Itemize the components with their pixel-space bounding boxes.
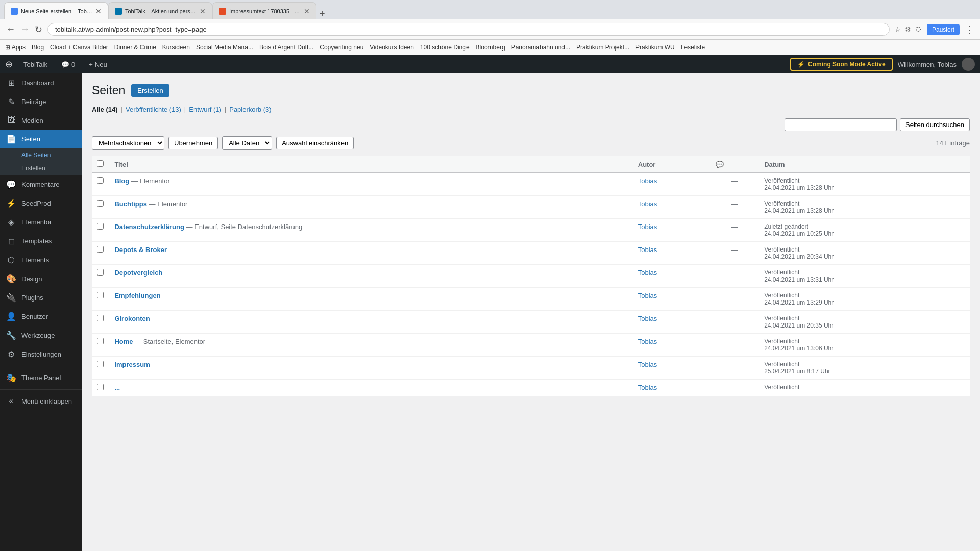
bookmark-copywriting[interactable]: Copywriting neu: [320, 44, 363, 51]
sidebar-label-seedprod: SeedProd: [21, 199, 51, 207]
sidebar-item-seiten[interactable]: 📄 Seiten: [0, 130, 82, 148]
filter-trash[interactable]: Papierkorb (3): [229, 106, 271, 113]
row-checkbox[interactable]: [97, 246, 104, 253]
bookmark-praktikum-wu[interactable]: Praktikum WU: [635, 44, 675, 51]
bookmark-bloomberg[interactable]: Bloomberg: [476, 44, 505, 51]
page-title-link[interactable]: Blog: [114, 177, 129, 185]
sidebar-item-beitraege[interactable]: ✎ Beiträge: [0, 92, 82, 111]
page-title-link[interactable]: Home: [114, 338, 133, 345]
tab-title-3: Impressumtext 1780335 – AdSim...: [229, 8, 301, 14]
sidebar-item-elements[interactable]: ⬡ Elements: [0, 251, 82, 269]
row-checkbox[interactable]: [97, 384, 104, 390]
date-value: 24.04.2021 um 13:28 Uhr: [764, 207, 965, 214]
filter-draft[interactable]: Entwurf (1): [189, 106, 222, 113]
row-checkbox[interactable]: [97, 361, 104, 367]
sidebar-item-einstellungen[interactable]: ⚙ Einstellungen: [0, 345, 82, 364]
bookmark-social[interactable]: Social Media Mana...: [196, 44, 253, 51]
tab-close-3[interactable]: ✕: [304, 7, 310, 15]
sidebar-item-benutzer[interactable]: 👤 Benutzer: [0, 307, 82, 326]
sidebar-sub-erstellen[interactable]: Erstellen: [0, 162, 82, 175]
bookmark-dinner[interactable]: Dinner & Crime: [114, 44, 156, 51]
select-all-checkbox[interactable]: [97, 160, 104, 167]
sidebar-item-theme-panel[interactable]: 🎭 Theme Panel: [0, 368, 82, 387]
adminbar-comments-count: 0: [71, 61, 75, 68]
row-checkbox[interactable]: [97, 338, 104, 344]
sidebar-item-werkzeuge[interactable]: 🔧 Werkzeuge: [0, 326, 82, 345]
profile-button[interactable]: Pausiert: [927, 24, 960, 35]
page-title-link[interactable]: ...: [114, 384, 120, 391]
bookmark-cload[interactable]: Cload + Canva Bilder: [50, 44, 108, 51]
page-title-link[interactable]: Impressum: [114, 361, 150, 368]
sidebar-item-kommentare[interactable]: 💬 Kommentare: [0, 175, 82, 194]
browser-tab-3[interactable]: Impressumtext 1780335 – AdSim... ✕: [212, 2, 316, 19]
row-checkbox[interactable]: [97, 269, 104, 276]
bookmark-praktikum-projekt[interactable]: Praktikum Projekt...: [576, 44, 629, 51]
adminbar-new[interactable]: + Neu: [86, 61, 110, 68]
page-title-link[interactable]: Depotvergleich: [114, 269, 162, 277]
search-input[interactable]: [785, 118, 897, 131]
row-checkbox[interactable]: [97, 177, 104, 184]
row-checkbox[interactable]: [97, 200, 104, 207]
page-title-link[interactable]: Buchtipps: [114, 200, 147, 208]
wp-logo[interactable]: ⊕: [5, 59, 13, 70]
row-comments-cell: —: [710, 334, 759, 357]
url-bar[interactable]: [47, 23, 890, 36]
coming-soon-badge[interactable]: ⚡ Coming Soon Mode Active: [790, 58, 893, 71]
bookmark-apps[interactable]: ⊞ Apps: [5, 44, 26, 51]
table-row: Girokonten Tobias — Veröffentlicht 24.04…: [92, 311, 970, 334]
bookmark-kursideen[interactable]: Kursideen: [162, 44, 190, 51]
tab-close-1[interactable]: ✕: [95, 7, 102, 15]
bookmark-leseliste[interactable]: Leseliste: [681, 44, 705, 51]
page-title-link[interactable]: Girokonten: [114, 315, 150, 322]
sidebar-item-design[interactable]: 🎨 Design: [0, 269, 82, 288]
row-author-cell: Tobias: [633, 219, 710, 242]
adminbar-new-label: Neu: [95, 61, 107, 68]
browser-tab-1[interactable]: Neue Seite erstellen – TobiTalk – ✕: [4, 2, 108, 19]
reload-button[interactable]: ↻: [35, 24, 42, 35]
elementor-icon: ◈: [6, 217, 16, 227]
page-title-link[interactable]: Empfehlungen: [114, 292, 160, 299]
new-tab-button[interactable]: +: [316, 9, 328, 19]
create-page-button[interactable]: Erstellen: [131, 84, 169, 97]
bulk-apply-button[interactable]: Übernehmen: [168, 137, 218, 149]
tab-close-2[interactable]: ✕: [200, 7, 206, 15]
sidebar-item-templates[interactable]: ◻ Templates: [0, 232, 82, 251]
row-date-cell: Veröffentlicht 24.04.2021 um 20:34 Uhr: [759, 242, 970, 265]
menu-icon[interactable]: ⋮: [965, 24, 974, 35]
browser-tab-2[interactable]: TobiTalk – Aktien und persönlich... ✕: [108, 2, 212, 19]
bookmark-blog[interactable]: Blog: [32, 44, 44, 51]
extension-icon[interactable]: ⚙: [905, 26, 911, 33]
sidebar-item-plugins[interactable]: 🔌 Plugins: [0, 288, 82, 307]
sidebar-item-dashboard[interactable]: ⊞ Dashboard: [0, 73, 82, 92]
bulk-actions-dropdown[interactable]: Mehrfachaktionen: [92, 136, 164, 150]
filter-published[interactable]: Veröffentlichte (13): [126, 106, 181, 113]
werkzeuge-icon: 🔧: [6, 331, 16, 340]
sidebar-sub-alle-seiten[interactable]: Alle Seiten: [0, 148, 82, 162]
adminbar-avatar[interactable]: [962, 58, 975, 71]
bookmark-bois[interactable]: Bois d'Argent Duft...: [259, 44, 313, 51]
search-button[interactable]: Seiten durchsuchen: [900, 118, 970, 131]
sidebar-item-seedprod[interactable]: ⚡ SeedProd: [0, 194, 82, 213]
filter-all[interactable]: Alle (14): [92, 106, 118, 113]
forward-button[interactable]: →: [20, 24, 30, 35]
page-title-link[interactable]: Datenschutzerklärung: [114, 223, 184, 231]
adminbar-site[interactable]: TobiTalk: [20, 61, 51, 68]
row-title-cell: Home — Startseite, Elementor: [109, 334, 632, 357]
row-checkbox[interactable]: [97, 223, 104, 230]
back-button[interactable]: ←: [6, 24, 15, 35]
star-icon[interactable]: ☆: [895, 26, 901, 33]
adminbar-comments[interactable]: 💬 0: [58, 61, 78, 68]
sidebar-item-medien[interactable]: 🖼 Medien: [0, 111, 82, 130]
bookmark-panorama[interactable]: Panoramabahn und...: [511, 44, 570, 51]
shield-icon[interactable]: 🛡: [915, 26, 922, 33]
sidebar-item-elementor[interactable]: ◈ Elementor: [0, 213, 82, 232]
page-title-link[interactable]: Depots & Broker: [114, 246, 167, 254]
bookmark-videokurs[interactable]: Videokurs Ideen: [370, 44, 414, 51]
row-date-cell: Veröffentlicht 25.04.2021 um 8:17 Uhr: [759, 357, 970, 380]
sidebar-item-menu-einklappen[interactable]: « Menü einklappen: [0, 392, 82, 410]
row-checkbox[interactable]: [97, 315, 104, 321]
row-checkbox[interactable]: [97, 292, 104, 298]
date-filter-dropdown[interactable]: Alle Daten: [222, 136, 272, 150]
filter-button[interactable]: Auswahl einschränken: [276, 137, 354, 149]
bookmark-100[interactable]: 100 schöne Dinge: [420, 44, 470, 51]
